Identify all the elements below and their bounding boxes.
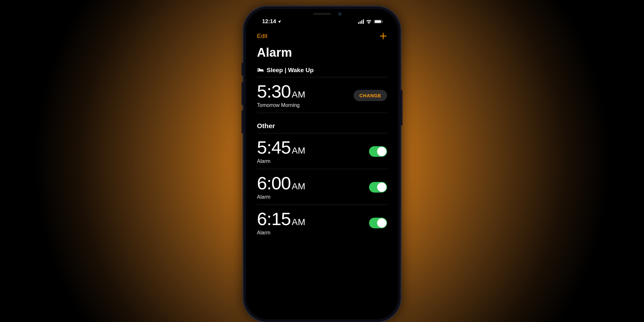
alarm-ampm: AM <box>292 146 305 156</box>
svg-rect-2 <box>382 21 383 23</box>
status-time: 12:14 <box>262 18 276 25</box>
add-alarm-button[interactable] <box>379 32 387 40</box>
sleep-section-header: Sleep | Wake Up <box>257 67 387 77</box>
sleep-alarm-row[interactable]: 5:30 AM Tomorrow Morning CHANGE <box>257 77 387 113</box>
sleep-alarm-ampm: AM <box>292 90 305 100</box>
sleep-alarm-time: 5:30 <box>257 82 291 100</box>
alarm-row[interactable]: 6:15 AM Alarm <box>257 205 387 236</box>
other-section-header: Other <box>257 122 387 130</box>
bed-icon <box>257 68 264 73</box>
alarm-label: Alarm <box>257 194 305 200</box>
alarm-label: Alarm <box>257 230 305 236</box>
page-background: 12:14 <box>0 0 644 322</box>
sleep-section-label: Sleep | Wake Up <box>267 67 314 74</box>
phone-notch <box>287 9 357 20</box>
nav-bar: Edit <box>257 28 387 44</box>
alarm-time: 6:00 <box>257 174 291 192</box>
alarm-label: Alarm <box>257 158 305 164</box>
alarm-toggle[interactable] <box>369 218 387 228</box>
sleep-alarm-subtitle: Tomorrow Morning <box>257 102 305 108</box>
alarm-toggle[interactable] <box>369 146 387 157</box>
alarm-ampm: AM <box>292 181 305 192</box>
battery-icon <box>374 19 383 24</box>
alarm-time: 5:45 <box>257 138 291 156</box>
alarm-screen: Edit Alarm Sleep | Wake Up <box>251 28 393 315</box>
wifi-icon <box>366 19 372 24</box>
page-title: Alarm <box>257 46 387 60</box>
speaker-grille <box>313 13 331 15</box>
front-camera <box>338 12 342 16</box>
mute-switch <box>242 63 243 76</box>
alarm-ampm: AM <box>292 217 305 227</box>
svg-rect-1 <box>375 20 381 23</box>
volume-down-button <box>242 110 243 133</box>
location-icon <box>277 20 281 24</box>
alarm-time: 6:15 <box>257 210 291 228</box>
screen: 12:14 <box>251 14 393 315</box>
phone-frame: 12:14 <box>243 6 401 322</box>
edit-button[interactable]: Edit <box>257 33 268 40</box>
volume-up-button <box>242 82 243 105</box>
power-button <box>401 90 402 126</box>
cellular-signal-icon <box>358 19 364 24</box>
divider <box>257 113 387 113</box>
alarm-row[interactable]: 6:00 AM Alarm <box>257 169 387 204</box>
alarm-toggle[interactable] <box>369 182 387 193</box>
phone-bezel: 12:14 <box>246 9 398 319</box>
alarm-row[interactable]: 5:45 AM Alarm <box>257 133 387 169</box>
change-button[interactable]: CHANGE <box>354 90 387 101</box>
